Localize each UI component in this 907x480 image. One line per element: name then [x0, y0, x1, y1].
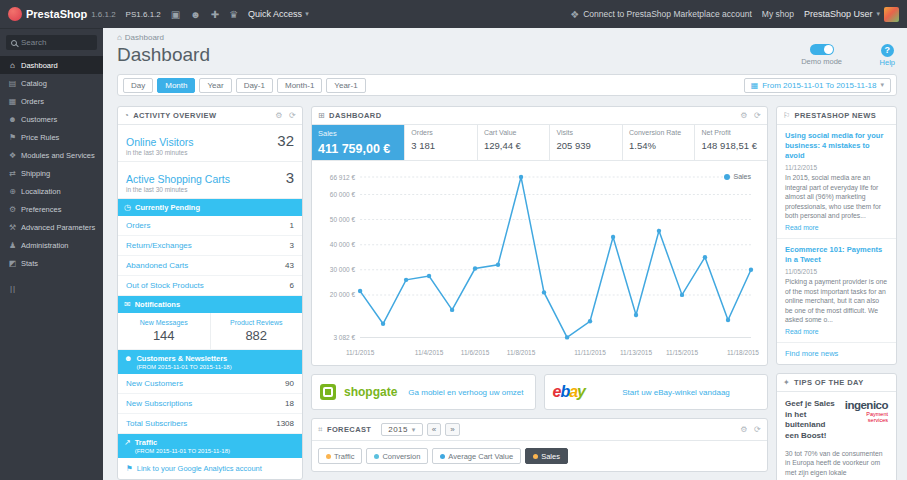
svg-text:11/11/2015: 11/11/2015 — [574, 349, 606, 356]
find-more-news-link[interactable]: Find more news — [777, 343, 896, 364]
sidebar-item-customers[interactable]: ☻Customers — [0, 110, 103, 128]
pending-row-returns[interactable]: Return/Exchanges3 — [118, 236, 302, 256]
new-messages-cell[interactable]: New Messages 144 — [118, 313, 210, 349]
row-value: 1308 — [276, 419, 294, 428]
kpi-value: 3 181 — [411, 140, 471, 151]
refresh-icon[interactable]: ⟳ — [754, 111, 761, 120]
my-shop-link[interactable]: My shop — [762, 9, 794, 19]
sidebar-item-label: Dashboard — [21, 61, 58, 70]
sidebar-item-price-rules[interactable]: ⚑Price Rules — [0, 128, 103, 146]
forecast-year-select[interactable]: 2015 ▾ — [381, 423, 422, 436]
tips-of-the-day-panel: ✦ TIPS OF THE DAY Geef je Sales in het b… — [776, 373, 897, 480]
tips-body: 30 tot 70% van de consumenten in Europa … — [785, 449, 888, 480]
panel-actions: ⚙ ⟳ — [740, 111, 761, 120]
demo-mode-toggle[interactable] — [810, 44, 834, 55]
sidebar-item-shipping[interactable]: ⇄Shipping — [0, 164, 103, 182]
kpi-cart-value[interactable]: Cart Value129,44 € — [478, 125, 551, 160]
kpi-orders[interactable]: Orders3 181 — [405, 125, 478, 160]
quick-access-menu[interactable]: Quick Access ▾ — [248, 9, 309, 19]
customers-row-new-subscriptions[interactable]: New Subscriptions18 — [118, 394, 302, 414]
customers-icon[interactable]: ☻ — [190, 9, 201, 20]
sidebar-item-stats[interactable]: ◩Stats — [0, 254, 103, 272]
forecast-avg-cart-toggle[interactable]: Average Cart Value — [432, 448, 521, 464]
read-more-link[interactable]: Read more — [785, 224, 888, 231]
forecast-prev-button[interactable]: « — [427, 423, 441, 436]
clock-icon: ◔ — [124, 111, 129, 120]
cart-icon[interactable]: ▣ — [171, 9, 180, 20]
cell-value: 144 — [120, 328, 208, 343]
forecast-conversion-toggle[interactable]: Conversion — [366, 448, 428, 464]
forecast-icon: ⌗ — [318, 425, 323, 435]
marketplace-connect-link[interactable]: ❖ Connect to PrestaShop Marketplace acco… — [570, 9, 752, 20]
search-input[interactable] — [21, 38, 92, 47]
read-more-link[interactable]: Read more — [785, 328, 888, 335]
pending-row-orders[interactable]: Orders1 — [118, 216, 302, 236]
filter-month-button[interactable]: Month — [157, 78, 195, 93]
ebay-cta-link[interactable]: Start uw eBay-winkel vandaag — [593, 388, 759, 397]
refresh-icon[interactable]: ⟳ — [289, 111, 296, 120]
prestashop-brand[interactable]: PrestaShop 1.6.1.2 — [8, 7, 116, 21]
forecast-year-value: 2015 — [388, 425, 407, 434]
user-label: PrestaShop User — [804, 9, 873, 19]
customers-row-new-customers[interactable]: New Customers90 — [118, 374, 302, 394]
sidebar-item-orders[interactable]: ▦Orders — [0, 92, 103, 110]
news-panel-title: PRESTASHOP NEWS — [795, 111, 877, 120]
sidebar-item-modules[interactable]: ❖Modules and Services — [0, 146, 103, 164]
sidebar-collapse-button[interactable]: || — [10, 284, 93, 293]
ps-version-label: PS1.6.1.2 — [126, 10, 161, 19]
panel-actions: ⚙ ⟳ — [740, 425, 761, 434]
sidebar-item-label: Advanced Parameters — [21, 223, 95, 232]
refresh-icon[interactable]: ⟳ — [754, 425, 761, 434]
forecast-legend: Traffic Conversion Average Cart Value Sa… — [312, 441, 767, 471]
article-title-link[interactable]: Using social media for your business: 4 … — [785, 131, 888, 161]
pending-row-abandoned-carts[interactable]: Abandoned Carts43 — [118, 256, 302, 276]
google-analytics-link[interactable]: ⚑ Link to your Google Analytics account — [118, 458, 302, 479]
sidebar-item-administration[interactable]: ♟Administration — [0, 236, 103, 254]
sidebar-item-preferences[interactable]: ⚙Preferences — [0, 200, 103, 218]
gear-icon[interactable]: ⚙ — [740, 425, 748, 434]
filter-year-1-button[interactable]: Year-1 — [326, 78, 365, 93]
kpi-conversion-rate[interactable]: Conversion Rate1.54% — [623, 125, 696, 160]
pill-label: Sales — [541, 452, 560, 461]
sidebar-item-dashboard[interactable]: ⌂Dashboard — [0, 56, 103, 74]
forecast-next-button[interactable]: » — [445, 423, 459, 436]
filter-year-button[interactable]: Year — [199, 78, 231, 93]
user-menu[interactable]: PrestaShop User ▾ — [804, 7, 899, 22]
breadcrumb-label[interactable]: Dashboard — [125, 33, 164, 42]
currently-pending-header: ◷ Currently Pending — [118, 199, 302, 216]
chevron-down-icon: ▾ — [305, 10, 309, 18]
shopgate-cta-link[interactable]: Ga mobiel en verhoog uw omzet — [405, 388, 526, 397]
date-range-label: From 2015-11-01 To 2015-11-18 — [762, 81, 876, 90]
sidebar-item-advanced-parameters[interactable]: ⚒Advanced Parameters — [0, 218, 103, 236]
help-link[interactable]: Help — [880, 58, 895, 67]
filter-month-1-button[interactable]: Month-1 — [277, 78, 322, 93]
gear-icon[interactable]: ⚙ — [275, 111, 283, 120]
online-visitors-link[interactable]: Online Visitors — [126, 136, 194, 148]
help-icon[interactable]: ? — [881, 44, 894, 57]
article-title-link[interactable]: Ecommerce 101: Payments in a Tweet — [785, 245, 888, 265]
pending-row-out-of-stock[interactable]: Out of Stock Products6 — [118, 276, 302, 296]
filter-day-button[interactable]: Day — [123, 78, 153, 93]
chart-legend[interactable]: Sales — [724, 173, 751, 180]
svg-text:30 000 €: 30 000 € — [330, 266, 356, 273]
page-title: Dashboard — [117, 44, 897, 66]
trophy-icon[interactable]: ♛ — [229, 9, 238, 20]
sidebar-item-catalog[interactable]: ▤Catalog — [0, 74, 103, 92]
activity-overview-panel: ◔ ACTIVITY OVERVIEW ⚙ ⟳ Online Visitors … — [117, 106, 303, 480]
kpi-sales[interactable]: Sales411 759,00 € — [312, 125, 405, 160]
kpi-net-profit[interactable]: Net Profit148 918,51 € — [695, 125, 767, 160]
sidebar-item-localization[interactable]: ⊕Localization — [0, 182, 103, 200]
column-center: ⊞ DASHBOARD ⚙ ⟳ Sales411 759,00 € Orders… — [311, 106, 768, 480]
product-reviews-cell[interactable]: Product Reviews 882 — [210, 313, 303, 349]
date-range-picker[interactable]: ▦ From 2015-11-01 To 2015-11-18 ▾ — [744, 78, 891, 93]
ingenico-logo: ingenico Payment services — [845, 399, 888, 442]
add-icon[interactable]: ✚ — [211, 9, 219, 20]
kpi-visits[interactable]: Visits205 939 — [550, 125, 623, 160]
active-carts-link[interactable]: Active Shopping Carts — [126, 173, 230, 185]
row-value: 6 — [290, 281, 294, 290]
forecast-sales-toggle[interactable]: Sales — [525, 448, 568, 464]
forecast-traffic-toggle[interactable]: Traffic — [318, 448, 362, 464]
customers-row-total-subscribers[interactable]: Total Subscribers1308 — [118, 414, 302, 434]
filter-day-1-button[interactable]: Day-1 — [236, 78, 273, 93]
gear-icon[interactable]: ⚙ — [740, 111, 748, 120]
